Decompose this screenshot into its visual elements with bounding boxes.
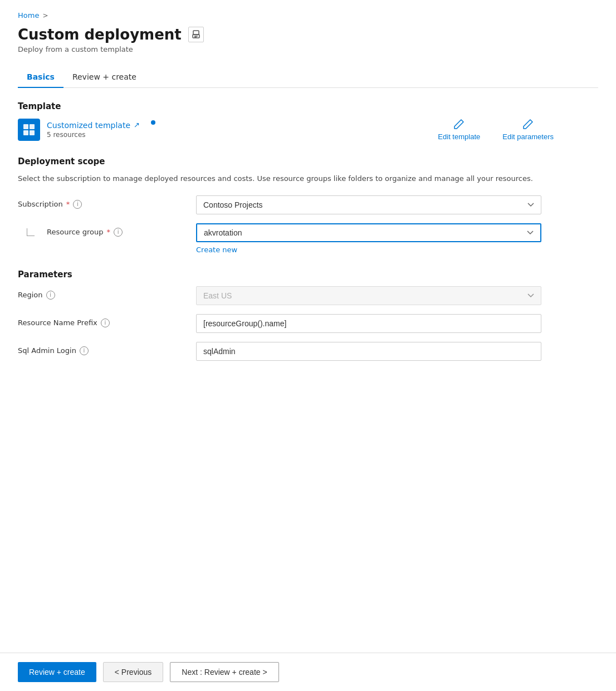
deployment-scope-heading: Deployment scope <box>18 156 598 166</box>
sql-admin-login-label: Sql Admin Login <box>18 346 76 355</box>
svg-rect-7 <box>30 130 35 135</box>
resource-name-prefix-input[interactable] <box>196 314 541 333</box>
deployment-scope-description: Select the subscription to manage deploy… <box>18 173 598 184</box>
sql-admin-login-field: Sql Admin Login i <box>18 342 598 361</box>
region-label-col: Region i <box>18 286 196 300</box>
breadcrumb-home[interactable]: Home <box>18 11 39 19</box>
subscription-label: Subscription <box>18 200 63 208</box>
edit-template-button[interactable]: Edit template <box>438 118 480 141</box>
svg-rect-3 <box>194 37 197 38</box>
footer: Review + create < Previous Next : Review… <box>0 653 616 691</box>
parameters-heading: Parameters <box>18 269 598 280</box>
subscription-label-col: Subscription * i <box>18 195 196 209</box>
sql-admin-login-control <box>196 342 598 361</box>
review-create-button[interactable]: Review + create <box>18 662 96 682</box>
resource-group-field: Resource group * i akvrotation Create ne… <box>18 223 598 254</box>
tabs-container: Basics Review + create <box>18 67 598 88</box>
edit-parameters-button[interactable]: Edit parameters <box>502 118 554 141</box>
svg-rect-0 <box>193 31 199 35</box>
previous-button[interactable]: < Previous <box>103 662 164 682</box>
subscription-select[interactable]: Contoso Projects <box>196 195 541 214</box>
subscription-control: Contoso Projects <box>196 195 598 214</box>
edit-parameters-label: Edit parameters <box>502 133 554 141</box>
resource-group-control: akvrotation Create new <box>196 223 598 254</box>
breadcrumb-separator: > <box>42 12 48 19</box>
resource-group-label: Resource group <box>47 228 104 236</box>
template-actions: Edit template Edit parameters <box>438 118 598 141</box>
breadcrumb: Home > <box>18 11 598 19</box>
template-section: Template Customized template ↗ 5 resourc… <box>18 101 598 141</box>
subscription-info-icon[interactable]: i <box>73 200 82 209</box>
svg-rect-4 <box>23 124 28 129</box>
next-button[interactable]: Next : Review + create > <box>170 662 278 682</box>
sql-admin-login-input[interactable] <box>196 342 541 361</box>
page-title-row: Custom deployment <box>18 26 598 43</box>
template-resources: 5 resources <box>47 131 140 139</box>
svg-rect-5 <box>30 124 35 129</box>
print-button[interactable] <box>188 27 204 42</box>
template-icon <box>18 119 40 141</box>
sql-admin-login-label-col: Sql Admin Login i <box>18 342 196 355</box>
deployment-scope-section: Deployment scope Select the subscription… <box>18 156 598 254</box>
resource-group-info-icon[interactable]: i <box>114 228 123 237</box>
template-info: Customized template ↗ 5 resources <box>47 121 140 139</box>
edit-template-label: Edit template <box>438 133 480 141</box>
sql-admin-login-info-icon[interactable]: i <box>80 346 89 355</box>
create-new-link[interactable]: Create new <box>196 246 237 254</box>
svg-rect-6 <box>23 130 28 135</box>
resource-name-prefix-label-col: Resource Name Prefix i <box>18 314 196 327</box>
tab-review-create[interactable]: Review + create <box>63 67 145 88</box>
region-control: East US <box>196 286 598 305</box>
resource-group-required: * <box>107 228 111 236</box>
resource-group-select[interactable]: akvrotation <box>196 223 541 242</box>
subscription-required: * <box>66 200 70 208</box>
region-select[interactable]: East US <box>196 286 541 305</box>
resource-name-prefix-info-icon[interactable]: i <box>101 318 110 327</box>
resource-name-prefix-field: Resource Name Prefix i <box>18 314 598 333</box>
template-name-link[interactable]: Customized template <box>47 121 130 130</box>
region-field: Region i East US <box>18 286 598 305</box>
page-title: Custom deployment <box>18 26 182 43</box>
resource-name-prefix-label: Resource Name Prefix <box>18 318 97 327</box>
parameters-section: Parameters Region i East US Resource Nam… <box>18 269 598 361</box>
page-subtitle: Deploy from a custom template <box>18 45 598 53</box>
dot-indicator <box>151 120 155 125</box>
resource-group-label-col: Resource group * i <box>18 223 196 237</box>
subscription-field: Subscription * i Contoso Projects <box>18 195 598 214</box>
template-card: Customized template ↗ 5 resources Edit t… <box>18 118 598 141</box>
resource-name-prefix-control <box>196 314 598 333</box>
template-heading: Template <box>18 101 598 111</box>
tab-basics[interactable]: Basics <box>18 67 63 88</box>
region-info-icon[interactable]: i <box>46 291 55 300</box>
external-link-icon: ↗ <box>134 121 140 129</box>
svg-rect-2 <box>194 36 198 37</box>
region-label: Region <box>18 291 43 299</box>
